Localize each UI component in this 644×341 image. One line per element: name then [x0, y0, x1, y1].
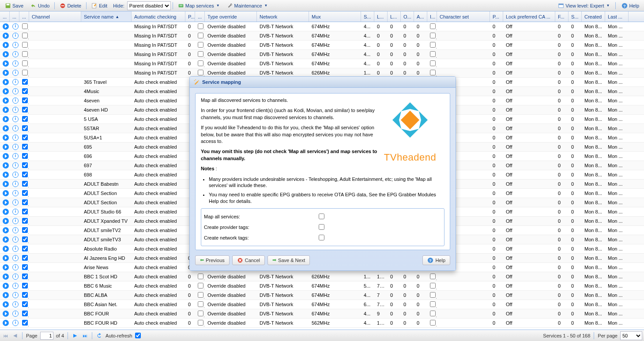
cancel-button[interactable]: Cancel	[232, 255, 265, 265]
row-checkbox-2[interactable]	[198, 311, 203, 316]
play-button[interactable]	[3, 70, 9, 76]
info-button[interactable]: i	[12, 274, 19, 280]
row-checkbox-3[interactable]	[430, 320, 436, 326]
play-button[interactable]	[3, 97, 9, 104]
info-button[interactable]: i	[12, 51, 19, 57]
view-level-button[interactable]: View level: Expert▼	[555, 1, 613, 10]
play-button[interactable]	[3, 125, 9, 131]
table-row[interactable]: iBBC 6 MusicAuto check enabled0Override …	[0, 281, 644, 291]
autorefresh-checkbox[interactable]	[135, 333, 141, 338]
map-all-checkbox[interactable]	[319, 214, 324, 219]
col-type-override[interactable]: Type override	[205, 11, 257, 22]
edit-button[interactable]: Edit	[88, 1, 110, 10]
row-checkbox-2[interactable]	[198, 23, 203, 29]
play-button[interactable]	[3, 301, 9, 307]
enabled-checkbox[interactable]	[22, 23, 28, 29]
network-tags-checkbox[interactable]	[319, 235, 324, 240]
enabled-checkbox[interactable]	[22, 60, 28, 66]
row-checkbox-2[interactable]	[198, 51, 203, 57]
play-button[interactable]	[3, 79, 9, 85]
col-lock[interactable]: Lock preferred CA ...	[503, 11, 555, 22]
info-button[interactable]: i	[12, 135, 19, 141]
info-button[interactable]: i	[12, 292, 19, 298]
enabled-checkbox[interactable]	[22, 153, 28, 159]
info-button[interactable]: i	[12, 218, 19, 224]
play-button[interactable]	[3, 116, 9, 122]
play-button[interactable]	[3, 236, 9, 243]
info-button[interactable]: i	[12, 125, 19, 131]
enabled-checkbox[interactable]	[22, 301, 28, 307]
save-button[interactable]: Save	[2, 1, 26, 10]
info-button[interactable]: i	[12, 199, 19, 206]
row-checkbox-2[interactable]	[198, 301, 203, 307]
row-checkbox-2[interactable]	[198, 274, 203, 279]
hide-select[interactable]: Parent disabled	[127, 1, 171, 10]
row-checkbox-3[interactable]	[430, 301, 436, 307]
col-chk2[interactable]: ...	[195, 11, 205, 22]
provider-tags-checkbox[interactable]	[319, 224, 324, 230]
play-button[interactable]	[3, 199, 9, 206]
info-button[interactable]: i	[12, 172, 19, 178]
maintenance-button[interactable]: Maintenance▼	[224, 1, 271, 10]
map-services-button[interactable]: Map services▼	[175, 1, 223, 10]
row-checkbox-2[interactable]	[198, 283, 203, 289]
info-button[interactable]: i	[12, 42, 19, 48]
row-checkbox-3[interactable]	[430, 42, 436, 48]
enabled-checkbox[interactable]	[22, 236, 28, 242]
info-button[interactable]: i	[12, 23, 19, 30]
col-channel[interactable]: Channel	[29, 11, 81, 22]
col-p2[interactable]: P...	[490, 11, 503, 22]
enabled-checkbox[interactable]	[22, 246, 28, 251]
enabled-checkbox[interactable]	[22, 264, 28, 270]
info-button[interactable]: i	[12, 144, 19, 150]
enabled-checkbox[interactable]	[22, 255, 28, 261]
row-checkbox-2[interactable]	[198, 60, 203, 66]
table-row[interactable]: iMissing In PAT/SDT0Override disabledDVB…	[0, 22, 644, 31]
col-created[interactable]: Created	[582, 11, 605, 22]
enabled-checkbox[interactable]	[22, 33, 28, 38]
play-button[interactable]	[3, 320, 9, 326]
table-row[interactable]: iBBC FOUR HDAuto check enabled0Override …	[0, 319, 644, 328]
play-button[interactable]	[3, 153, 9, 159]
page-input[interactable]	[40, 332, 53, 340]
enabled-checkbox[interactable]	[22, 311, 28, 316]
play-button[interactable]	[3, 135, 9, 141]
info-button[interactable]: i	[12, 320, 19, 326]
enabled-checkbox[interactable]	[22, 190, 28, 196]
play-button[interactable]	[3, 190, 9, 196]
play-button[interactable]	[3, 162, 9, 169]
col-auto-check[interactable]: Automatic checking	[132, 11, 185, 22]
play-button[interactable]	[3, 227, 9, 233]
enabled-checkbox[interactable]	[22, 283, 28, 289]
row-checkbox-3[interactable]	[430, 70, 436, 75]
info-button[interactable]: i	[12, 116, 19, 122]
info-button[interactable]: i	[12, 153, 19, 159]
enabled-checkbox[interactable]	[22, 79, 28, 85]
info-button[interactable]: i	[12, 88, 19, 94]
play-button[interactable]	[3, 246, 9, 252]
info-button[interactable]: i	[12, 107, 19, 113]
row-checkbox-3[interactable]	[430, 33, 436, 38]
col-last[interactable]: Last ...	[605, 11, 629, 22]
enabled-checkbox[interactable]	[22, 218, 28, 224]
info-button[interactable]: i	[12, 246, 19, 252]
col-service-name[interactable]: Service name▲	[81, 11, 132, 22]
info-button[interactable]: i	[12, 227, 19, 233]
enabled-checkbox[interactable]	[22, 181, 28, 187]
play-button[interactable]	[3, 311, 9, 317]
help-button[interactable]: ?Help	[618, 1, 642, 10]
play-button[interactable]	[3, 23, 9, 30]
play-button[interactable]	[3, 283, 9, 289]
enabled-checkbox[interactable]	[22, 70, 28, 75]
col-f[interactable]: F...	[555, 11, 569, 22]
enabled-checkbox[interactable]	[22, 116, 28, 122]
play-button[interactable]	[3, 209, 9, 215]
row-checkbox-2[interactable]	[198, 320, 203, 326]
table-row[interactable]: iMissing In PAT/SDT0Override disabledDVB…	[0, 31, 644, 41]
play-button[interactable]	[3, 255, 9, 261]
save-next-button[interactable]: ➡Save & Next	[267, 255, 310, 265]
play-button[interactable]	[3, 292, 9, 298]
enabled-checkbox[interactable]	[22, 107, 28, 112]
info-button[interactable]: i	[12, 209, 19, 215]
col-s3[interactable]: L...	[388, 11, 401, 22]
